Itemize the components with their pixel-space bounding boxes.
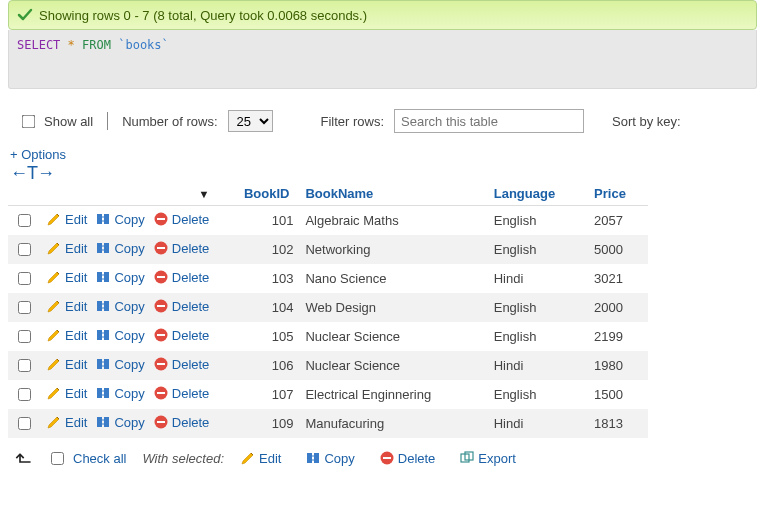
row-checkbox[interactable] <box>18 301 31 314</box>
svg-rect-7 <box>157 247 165 249</box>
row-checkbox[interactable] <box>18 388 31 401</box>
svg-rect-32 <box>307 453 312 463</box>
row-edit-button[interactable]: Edit <box>46 356 87 372</box>
row-delete-button[interactable]: Delete <box>153 298 210 314</box>
cell-price: 1813 <box>588 409 648 438</box>
svg-rect-3 <box>157 218 165 220</box>
select-arrow-icon: ↳ <box>13 450 33 467</box>
check-all-checkbox[interactable] <box>51 452 64 465</box>
cell-bookname: Nuclear Science <box>299 351 487 380</box>
row-copy-button[interactable]: Copy <box>95 211 144 227</box>
check-all-text: Check all <box>73 451 126 466</box>
row-delete-text: Delete <box>172 241 210 256</box>
row-checkbox[interactable] <box>18 330 31 343</box>
row-checkbox[interactable] <box>18 272 31 285</box>
footer-copy-button[interactable]: Copy <box>305 450 354 466</box>
row-delete-button[interactable]: Delete <box>153 240 210 256</box>
row-delete-button[interactable]: Delete <box>153 269 210 285</box>
sql-table: `books` <box>118 38 169 52</box>
delete-icon <box>153 327 169 343</box>
svg-rect-13 <box>104 301 109 311</box>
row-edit-button[interactable]: Edit <box>46 298 87 314</box>
row-delete-button[interactable]: Delete <box>153 356 210 372</box>
row-copy-button[interactable]: Copy <box>95 385 144 401</box>
col-price[interactable]: Price <box>588 182 648 206</box>
cell-price: 2000 <box>588 293 648 322</box>
delete-icon <box>153 356 169 372</box>
pencil-icon <box>46 269 62 285</box>
row-copy-button[interactable]: Copy <box>95 414 144 430</box>
delete-icon <box>153 269 169 285</box>
copy-icon <box>95 211 111 227</box>
table-row: EditCopyDelete106Nuclear ScienceHindi198… <box>8 351 648 380</box>
copy-icon <box>95 298 111 314</box>
cell-language: English <box>488 380 588 409</box>
row-delete-button[interactable]: Delete <box>153 327 210 343</box>
show-all-checkbox[interactable] <box>22 114 36 128</box>
pencil-icon <box>46 356 62 372</box>
row-copy-button[interactable]: Copy <box>95 327 144 343</box>
col-actions: ▼ <box>40 182 215 206</box>
copy-icon <box>95 269 111 285</box>
arrows-glyph: ←T→ <box>10 164 54 182</box>
col-bookname[interactable]: BookName <box>299 182 487 206</box>
footer-delete-button[interactable]: Delete <box>379 450 436 466</box>
row-copy-button[interactable]: Copy <box>95 298 144 314</box>
row-copy-button[interactable]: Copy <box>95 269 144 285</box>
row-edit-button[interactable]: Edit <box>46 211 87 227</box>
cell-language: English <box>488 206 588 236</box>
row-edit-button[interactable]: Edit <box>46 327 87 343</box>
copy-icon <box>95 356 111 372</box>
footer-export-button[interactable]: Export <box>459 450 516 466</box>
row-copy-button[interactable]: Copy <box>95 356 144 372</box>
row-checkbox[interactable] <box>18 214 31 227</box>
sql-star: * <box>68 38 75 52</box>
row-edit-button[interactable]: Edit <box>46 240 87 256</box>
row-delete-button[interactable]: Delete <box>153 385 210 401</box>
row-delete-button[interactable]: Delete <box>153 211 210 227</box>
footer-edit-button[interactable]: Edit <box>240 450 281 466</box>
row-delete-text: Delete <box>172 357 210 372</box>
num-rows-select[interactable]: 25 <box>228 110 273 132</box>
show-all-text: Show all <box>44 114 93 129</box>
col-language[interactable]: Language <box>488 182 588 206</box>
row-checkbox[interactable] <box>18 243 31 256</box>
row-checkbox[interactable] <box>18 417 31 430</box>
sort-by-key-label: Sort by key: <box>612 114 681 129</box>
cell-bookname: Nano Science <box>299 264 487 293</box>
row-edit-button[interactable]: Edit <box>46 414 87 430</box>
cell-price: 3021 <box>588 264 648 293</box>
options-toggle[interactable]: + Options <box>8 147 757 162</box>
svg-rect-11 <box>157 276 165 278</box>
fulltext-toggle[interactable]: ←T→ <box>8 162 757 182</box>
delete-icon <box>153 211 169 227</box>
cell-bookname: Web Design <box>299 293 487 322</box>
svg-rect-27 <box>157 392 165 394</box>
row-checkbox[interactable] <box>18 359 31 372</box>
filter-rows-input[interactable] <box>394 109 584 133</box>
results-table: ▼ BookID BookName Language Price EditCop… <box>8 182 648 438</box>
col-bookid[interactable]: BookID <box>215 182 299 206</box>
row-edit-button[interactable]: Edit <box>46 269 87 285</box>
svg-rect-5 <box>104 243 109 253</box>
row-copy-text: Copy <box>114 357 144 372</box>
show-all-label[interactable]: Show all <box>18 112 93 131</box>
svg-rect-12 <box>97 301 102 311</box>
toolbar-separator <box>107 112 108 130</box>
delete-icon <box>153 240 169 256</box>
results-toolbar: Show all Number of rows: 25 Filter rows:… <box>8 107 757 147</box>
row-delete-button[interactable]: Delete <box>153 414 210 430</box>
pencil-icon <box>46 327 62 343</box>
svg-rect-15 <box>157 305 165 307</box>
table-footer: ↳ Check all With selected: Edit Copy Del… <box>8 438 757 474</box>
copy-icon <box>95 327 111 343</box>
col-checkbox <box>8 182 40 206</box>
cell-language: Hindi <box>488 351 588 380</box>
pencil-icon <box>46 298 62 314</box>
row-edit-button[interactable]: Edit <box>46 385 87 401</box>
svg-rect-23 <box>157 363 165 365</box>
svg-rect-9 <box>104 272 109 282</box>
row-copy-button[interactable]: Copy <box>95 240 144 256</box>
delete-icon <box>153 414 169 430</box>
check-all-label[interactable]: Check all <box>47 449 126 468</box>
